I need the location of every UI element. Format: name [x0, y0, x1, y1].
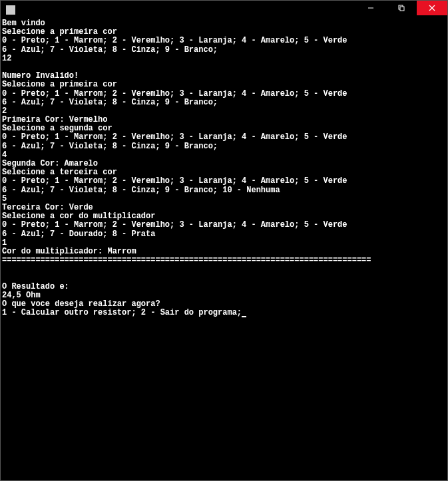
- close-button[interactable]: [417, 1, 447, 15]
- text-cursor: [242, 316, 246, 317]
- console-output[interactable]: Bem vindoSelecione a primeira cor0 - Pre…: [1, 19, 447, 480]
- console-line: 6 - Azul; 7 - Violeta; 8 - Cinza; 9 - Br…: [2, 46, 446, 55]
- close-icon: [429, 5, 435, 11]
- console-line: 0 - Preto; 1 - Marrom; 2 - Veremlho; 3 -…: [2, 177, 446, 186]
- svg-rect-2: [400, 7, 404, 11]
- console-line: Selecione a primeira cor: [2, 80, 446, 89]
- maximize-button[interactable]: [386, 1, 417, 15]
- console-line: 1: [2, 239, 446, 247]
- window-controls: [355, 1, 447, 19]
- console-line: O Resultado e:: [2, 283, 446, 291]
- console-line: [2, 273, 446, 282]
- console-line: 0 - Preto; 1 - Marrom; 2 - Veremlho; 3 -…: [2, 221, 446, 230]
- minimize-button[interactable]: [355, 1, 386, 15]
- console-line: 12: [2, 55, 446, 63]
- console-line: 6 - Azul; 7 - Violeta; 8 - Cinza; 9 - Br…: [2, 142, 446, 151]
- console-line: 1 - Calcular outro resistor; 2 - Sair do…: [2, 309, 446, 317]
- titlebar[interactable]: [1, 1, 447, 19]
- console-line: ========================================…: [2, 256, 446, 265]
- app-icon: [6, 5, 15, 15]
- console-line: 6 - Azul; 7 - Violeta; 8 - Cinza; 9 - Br…: [2, 186, 446, 195]
- console-line: [2, 265, 446, 273]
- console-line: 6 - Azul; 7 - Violeta; 8 - Cinza; 9 - Br…: [2, 98, 446, 107]
- minimize-icon: [367, 5, 374, 11]
- console-line: 0 - Preto; 1 - Marrom; 2 - Veremlho; 3 -…: [2, 133, 446, 142]
- console-line: 5: [2, 195, 446, 204]
- console-line: 0 - Preto; 1 - Marrom; 2 - Veremlho; 3 -…: [2, 37, 446, 45]
- console-line: 0 - Preto; 1 - Marrom; 2 - Veremlho; 3 -…: [2, 90, 446, 98]
- maximize-icon: [398, 5, 405, 11]
- console-window: Bem vindoSelecione a primeira cor0 - Pre…: [0, 0, 448, 481]
- console-line: 6 - Azul; 7 - Dourado; 8 - Prata: [2, 230, 446, 239]
